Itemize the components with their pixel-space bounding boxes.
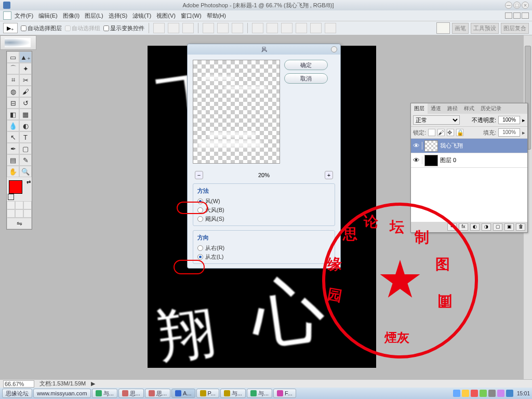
tab-styles[interactable]: 样式 — [461, 103, 477, 114]
group-icon[interactable]: ▢ — [493, 223, 502, 231]
jump-to-imageready[interactable]: ⇋ — [7, 218, 32, 229]
menu-layer[interactable]: 图层(L) — [83, 11, 105, 21]
new-layer-icon[interactable]: ▣ — [504, 223, 514, 231]
menu-help[interactable]: 帮助(H) — [205, 11, 228, 21]
slice-tool[interactable]: ✂ — [19, 74, 32, 86]
hand-tool[interactable]: ✋ — [7, 166, 19, 177]
tray-icon[interactable] — [497, 390, 504, 397]
zoom-in-button[interactable]: + — [325, 171, 333, 179]
screen-modes[interactable] — [7, 201, 32, 218]
fill-input[interactable]: 100% — [498, 128, 520, 137]
trash-icon[interactable]: 🗑 — [516, 223, 525, 231]
visibility-icon[interactable]: 👁 — [411, 142, 422, 150]
dist-top-icon[interactable] — [252, 23, 263, 33]
zoom-input[interactable]: 66.67% — [3, 380, 34, 388]
eraser-tool[interactable]: ◧ — [7, 109, 19, 120]
menu-file[interactable]: 文件(F) — [12, 11, 35, 21]
menu-select[interactable]: 选择(S) — [107, 11, 130, 21]
zoom-tool[interactable]: 🔍 — [19, 166, 32, 177]
align-vcenter-icon[interactable] — [168, 23, 179, 33]
clock[interactable]: 15:01 — [517, 391, 530, 396]
foreground-color[interactable] — [9, 180, 22, 194]
taskbar-item[interactable]: 思... — [145, 389, 170, 398]
show-transform[interactable]: 显示变换控件 — [103, 24, 144, 32]
menu-view[interactable]: 视图(V) — [154, 11, 178, 21]
layer-item[interactable]: 👁 图层 0 — [411, 153, 527, 168]
lasso-tool[interactable]: ⌒ — [7, 63, 19, 74]
opacity-input[interactable]: 100% — [498, 116, 520, 124]
tray-icon[interactable] — [488, 390, 496, 397]
taskbar-item[interactable]: 与... — [220, 389, 246, 398]
align-bottom-icon[interactable] — [182, 23, 194, 33]
align-top-icon[interactable] — [153, 23, 165, 33]
blur-tool[interactable]: 💧 — [7, 120, 19, 131]
tray-icon[interactable] — [506, 390, 513, 397]
brush-tool[interactable]: 🖌 — [19, 86, 32, 97]
tab-history[interactable]: 历史记录 — [477, 103, 504, 114]
tray-icon[interactable] — [462, 390, 469, 397]
taskbar-item[interactable]: F... — [273, 389, 296, 398]
fx-icon[interactable]: fx — [459, 223, 468, 231]
dist-bottom-icon[interactable] — [281, 23, 292, 33]
zoom-out-button[interactable]: − — [195, 171, 203, 179]
dialog-title[interactable]: 风 — [188, 44, 340, 55]
menu-filter[interactable]: 滤镜(T) — [130, 11, 153, 21]
move-tool[interactable]: ▲₊ — [19, 51, 32, 63]
tray-icon[interactable] — [480, 390, 487, 397]
swap-colors-icon[interactable]: ⇄ — [26, 179, 31, 185]
eyedropper-tool[interactable]: ✎ — [19, 154, 32, 166]
taskbar-item[interactable]: www.missyuan.com — [33, 389, 91, 398]
lock-transparency-icon[interactable] — [428, 129, 435, 136]
wand-tool[interactable]: ✦ — [19, 63, 32, 74]
lock-all-icon[interactable]: 🔒 — [456, 129, 463, 136]
blend-mode-select[interactable]: 正常 — [413, 115, 460, 125]
taskbar-item[interactable]: 与... — [92, 389, 117, 398]
radio-from-right[interactable]: 从右(R) — [197, 244, 330, 252]
new-doc-icon[interactable] — [3, 11, 11, 20]
layer-name[interactable]: 我心飞翔 — [440, 142, 463, 150]
menu-image[interactable]: 图像(I) — [61, 11, 82, 21]
radio-blast[interactable]: 大风(B) — [197, 206, 330, 215]
mask-icon[interactable]: ◐ — [470, 223, 480, 231]
gradient-tool[interactable]: ▦ — [19, 109, 32, 120]
taskbar-item[interactable]: 与... — [247, 389, 272, 398]
tab-channels[interactable]: 通道 — [428, 103, 444, 114]
dodge-tool[interactable]: ◐ — [19, 120, 32, 131]
dist-hcenter-icon[interactable] — [310, 23, 322, 33]
shape-tool[interactable]: ▢ — [19, 143, 32, 154]
mdi-controls[interactable] — [505, 12, 529, 19]
layer-thumb[interactable] — [424, 140, 438, 152]
layer-item[interactable]: 👁 我心飞翔 — [411, 139, 527, 153]
tray-icon[interactable] — [471, 390, 478, 397]
taskbar-item-active[interactable]: A... — [171, 389, 195, 398]
history-brush-tool[interactable]: ↺ — [19, 97, 32, 109]
heal-tool[interactable]: ◍ — [7, 86, 19, 97]
link-layers-icon[interactable]: ⚭ — [447, 223, 457, 231]
taskbar-item[interactable]: 思... — [118, 389, 144, 398]
menu-edit[interactable]: 编辑(E) — [36, 11, 60, 21]
dialog-collapse-icon[interactable] — [331, 46, 337, 52]
align-right-icon[interactable] — [232, 23, 243, 33]
dist-right-icon[interactable] — [325, 23, 336, 33]
taskbar-item[interactable]: 思缘论坛 — [2, 389, 32, 398]
visibility-icon[interactable]: 👁 — [411, 156, 422, 164]
default-colors-icon[interactable] — [8, 194, 14, 200]
well-layer-comps[interactable]: 图层复合 — [501, 23, 529, 34]
tab-paths[interactable]: 路径 — [444, 103, 461, 114]
notes-tool[interactable]: ▤ — [7, 154, 19, 166]
path-select-tool[interactable]: ↖ — [7, 131, 19, 143]
layer-name[interactable]: 图层 0 — [440, 156, 456, 164]
auto-select-layer[interactable]: 自动选择图层 — [21, 24, 62, 32]
move-tool-icon[interactable] — [3, 23, 18, 33]
layer-thumb[interactable] — [424, 155, 438, 166]
type-tool[interactable]: T — [19, 131, 32, 143]
window-controls[interactable]: ─□× — [504, 2, 529, 9]
tab-layers[interactable]: 图层 — [411, 103, 428, 114]
well-brushes[interactable]: 画笔 — [452, 23, 469, 34]
marquee-tool[interactable]: ▭ — [7, 51, 19, 63]
stamp-tool[interactable]: ⊟ — [7, 97, 19, 109]
radio-wind[interactable]: 风(W) — [197, 197, 330, 206]
crop-tool[interactable]: ⌗ — [7, 74, 19, 86]
menu-window[interactable]: 窗口(W) — [179, 11, 204, 21]
lock-pixels-icon[interactable]: 🖌 — [437, 129, 445, 136]
